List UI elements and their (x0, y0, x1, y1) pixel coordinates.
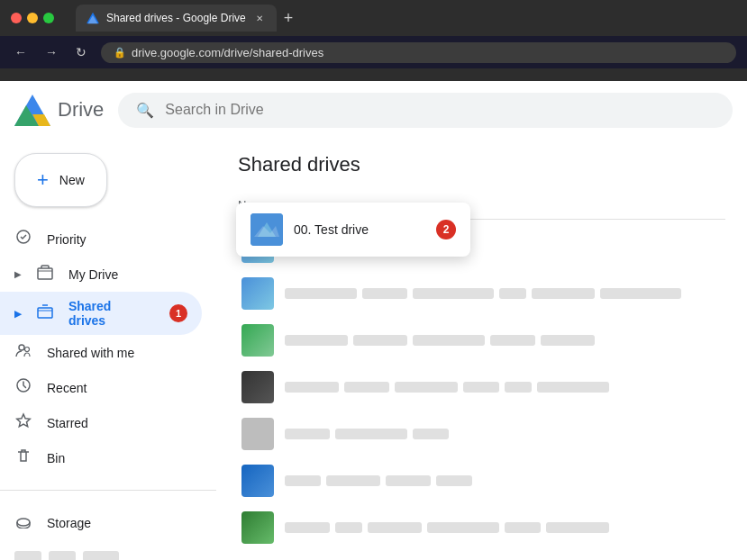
drive-list-item[interactable] (238, 504, 725, 551)
reload-button[interactable]: ↻ (72, 43, 90, 61)
new-button-label: New (59, 173, 85, 187)
sidebar-item-starred[interactable]: Starred (0, 405, 202, 440)
blurred-text (505, 522, 541, 533)
tooltip-badge: 2 (436, 220, 456, 239)
shared-drives-icon (36, 303, 54, 324)
drive-logo-icon (14, 95, 50, 126)
blurred-text (427, 522, 499, 533)
blurred-text (285, 475, 321, 486)
blurred-text (413, 288, 494, 299)
recent-icon (14, 377, 32, 398)
drive-list (238, 223, 725, 551)
bin-icon (14, 447, 32, 468)
sidebar-item-priority[interactable]: Priority (0, 221, 202, 257)
svg-rect-7 (38, 308, 52, 318)
drive-list-item[interactable] (238, 270, 725, 317)
sidebar-footer (0, 540, 216, 560)
blurred-text (413, 429, 449, 439)
blurred-text (537, 382, 609, 393)
svg-point-9 (25, 348, 30, 352)
page-title: Shared drives (238, 153, 725, 176)
tab-title: Shared drives - Google Drive (106, 12, 246, 24)
svg-rect-6 (38, 268, 52, 279)
blurred-text (463, 382, 499, 393)
address-text: drive.google.com/drive/shared-drives (132, 46, 323, 59)
search-input[interactable] (165, 102, 715, 118)
blurred-text (362, 288, 407, 299)
svg-point-8 (19, 345, 24, 350)
drive-list-item[interactable] (238, 317, 725, 364)
blurred-text (285, 288, 357, 299)
sidebar-item-label: Priority (47, 232, 87, 247)
drive-thumb (241, 371, 274, 403)
starred-icon (14, 412, 32, 433)
blurred-text (600, 288, 681, 299)
my-drive-icon (36, 264, 54, 285)
active-tab[interactable]: Shared drives - Google Drive ✕ (76, 5, 277, 32)
blurred-text (344, 382, 389, 393)
svg-marker-11 (17, 414, 31, 427)
tab-close-button[interactable]: ✕ (253, 12, 266, 24)
sidebar-item-bin[interactable]: Bin (0, 440, 202, 475)
traffic-lights (11, 13, 54, 23)
sidebar-divider (0, 490, 216, 491)
back-button[interactable]: ← (11, 43, 31, 61)
browser-chrome: Shared drives - Google Drive ✕ + ← → ↻ 🔒… (0, 0, 747, 81)
tooltip-thumb (251, 213, 283, 246)
drive-list-item[interactable] (238, 364, 725, 411)
drive-thumb (241, 511, 274, 544)
drive-logo: Drive (14, 95, 104, 126)
footer-item-1 (14, 551, 41, 560)
expand-icon: ▶ (14, 309, 22, 319)
tab-bar: Shared drives - Google Drive ✕ + (65, 4, 311, 32)
sidebar-item-my-drive[interactable]: ▶ My Drive (0, 257, 202, 292)
drive-logo-text: Drive (58, 98, 104, 122)
tooltip-card[interactable]: 00. Test drive 2 (236, 203, 470, 257)
blurred-text (285, 382, 339, 393)
blurred-text (285, 429, 330, 439)
tooltip-name: 00. Test drive (294, 222, 369, 237)
blurred-text (353, 335, 407, 346)
address-bar[interactable]: 🔒 drive.google.com/drive/shared-drives (101, 42, 736, 63)
blurred-text (368, 522, 422, 533)
forward-button[interactable]: → (41, 43, 61, 61)
drive-thumb (241, 418, 274, 450)
app-header: Drive 🔍 (0, 81, 747, 139)
blurred-text (532, 288, 595, 299)
sidebar: + New Priority ▶ My Drive ▶ Shared drive… (0, 139, 216, 560)
blurred-text (499, 288, 526, 299)
sidebar-item-label: Starred (47, 416, 88, 430)
sidebar-item-label: Recent (47, 381, 87, 395)
footer-item-3 (83, 551, 119, 560)
drive-list-item[interactable] (238, 457, 725, 504)
sidebar-item-label: Bin (47, 451, 65, 465)
blurred-text (285, 522, 330, 533)
minimize-traffic-light[interactable] (27, 13, 38, 23)
sidebar-item-label: My Drive (68, 267, 118, 282)
blurred-text (505, 382, 532, 393)
drive-list-item[interactable] (238, 411, 725, 457)
expand-icon: ▶ (14, 269, 22, 279)
blurred-text (326, 475, 380, 486)
shared-with-me-icon (14, 342, 32, 363)
sidebar-item-storage[interactable]: Storage (0, 505, 202, 540)
drive-thumb (241, 324, 274, 357)
blurred-text (541, 335, 595, 346)
sidebar-item-shared-with-me[interactable]: Shared with me (0, 335, 202, 370)
blurred-text (335, 429, 407, 439)
sidebar-item-shared-drives[interactable]: ▶ Shared drives 1 (0, 292, 202, 335)
maximize-traffic-light[interactable] (43, 13, 54, 23)
blurred-text (413, 335, 485, 346)
shared-drives-badge: 1 (169, 304, 187, 322)
blurred-text (335, 522, 362, 533)
search-bar[interactable]: 🔍 (118, 93, 733, 128)
close-traffic-light[interactable] (11, 13, 22, 23)
blurred-text (386, 475, 431, 486)
blurred-text (395, 382, 458, 393)
new-tab-button[interactable]: + (277, 9, 301, 28)
sidebar-item-recent[interactable]: Recent (0, 370, 202, 405)
new-button[interactable]: + New (14, 153, 107, 207)
blurred-text (285, 335, 348, 346)
priority-icon (14, 229, 32, 249)
blurred-text (436, 475, 472, 486)
